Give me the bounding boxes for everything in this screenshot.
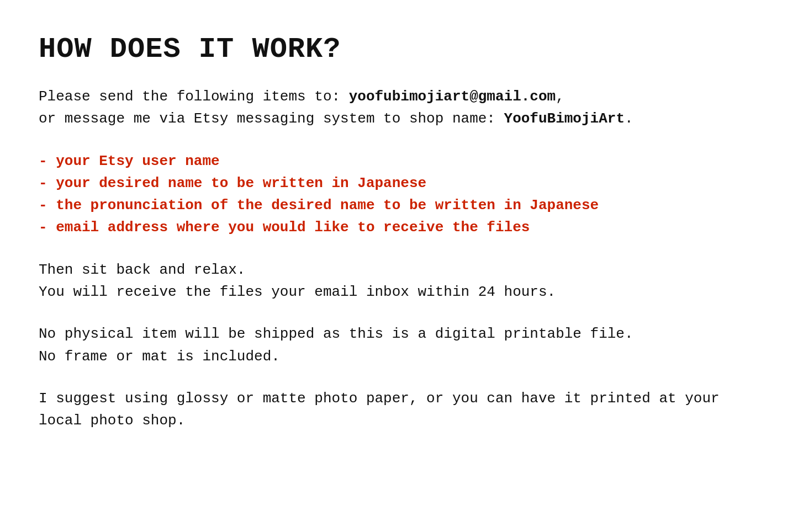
list-item: - your desired name to be written in Jap… xyxy=(39,172,759,194)
suggest-line2: local photo shop. xyxy=(39,412,185,429)
list-item: - the pronunciation of the desired name … xyxy=(39,194,759,216)
page-heading: HOW DOES IT WORK? xyxy=(39,33,759,66)
list-item: - your Etsy user name xyxy=(39,150,759,172)
intro-line2-prefix: or message me via Etsy messaging system … xyxy=(39,110,504,127)
intro-line1-prefix: Please send the following items to: xyxy=(39,88,349,105)
intro-line2-suffix: . xyxy=(625,110,633,127)
notice-line2: No frame or mat is included. xyxy=(39,348,280,365)
followup-line2: You will receive the files your email in… xyxy=(39,284,556,300)
followup-paragraph: Then sit back and relax. You will receiv… xyxy=(39,259,759,304)
suggest-paragraph: I suggest using glossy or matte photo pa… xyxy=(39,387,759,432)
intro-line1-suffix: , xyxy=(556,88,564,105)
intro-paragraph: Please send the following items to: yoof… xyxy=(39,86,759,130)
notice-paragraph: No physical item will be shipped as this… xyxy=(39,323,759,368)
suggest-line1: I suggest using glossy or matte photo pa… xyxy=(39,390,720,407)
shop-name: YoofuBimojiArt xyxy=(504,110,625,127)
requirements-list: - your Etsy user name - your desired nam… xyxy=(39,150,759,239)
list-item: - email address where you would like to … xyxy=(39,216,759,238)
notice-line1: No physical item will be shipped as this… xyxy=(39,326,633,342)
email-address: yoofubimojiart@gmail.com xyxy=(349,88,556,105)
followup-line1: Then sit back and relax. xyxy=(39,262,245,278)
